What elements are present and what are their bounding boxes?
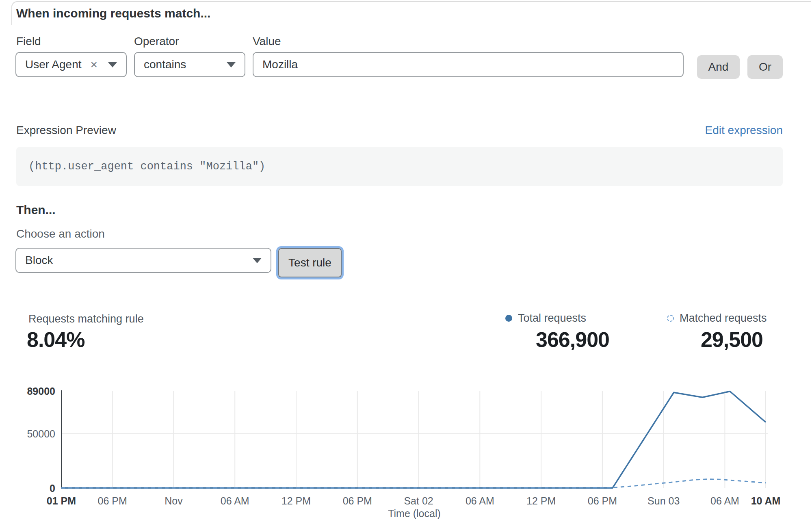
edit-expression-link[interactable]: Edit expression	[705, 124, 783, 137]
series-total-requests	[61, 392, 766, 488]
total-requests-legend: Total requests	[505, 312, 586, 325]
action-select-value: Block	[25, 254, 53, 267]
x-tick-label: 06 PM	[343, 495, 372, 507]
y-tick-label: 0	[0, 482, 55, 494]
x-tick-label: Sun 03	[647, 495, 680, 507]
choose-action-label: Choose an action	[16, 227, 105, 240]
value-input-text: Mozilla	[262, 58, 298, 71]
series-matched-requests	[61, 479, 766, 488]
expression-preview-label: Expression Preview	[16, 124, 116, 137]
operator-select-value: contains	[144, 58, 186, 71]
field-select-value: User Agent	[25, 58, 82, 71]
matched-requests-label: Matched requests	[680, 312, 767, 325]
then-heading: Then...	[16, 203, 56, 217]
requests-chart: 05000089000 01 PM06 PMNov06 AM12 PM06 PM…	[0, 382, 812, 526]
x-tick-label: 06 AM	[221, 495, 249, 507]
y-tick-label: 50000	[0, 428, 55, 440]
x-tick-label: 06 PM	[98, 495, 127, 507]
test-rule-focus-ring: Test rule	[276, 246, 344, 279]
x-axis-title: Time (local)	[61, 508, 768, 520]
action-select[interactable]: Block	[15, 248, 271, 273]
requests-matching-value: 8.04%	[27, 327, 84, 352]
value-input[interactable]: Mozilla	[253, 52, 684, 77]
expression-code-block: (http.user_agent contains "Mozilla")	[16, 147, 783, 186]
x-tick-label: 12 PM	[526, 495, 556, 507]
clear-field-icon[interactable]: ×	[90, 58, 97, 71]
total-requests-label: Total requests	[518, 312, 586, 325]
value-label: Value	[253, 35, 281, 48]
line-chart-canvas	[61, 388, 768, 490]
operator-label: Operator	[134, 35, 179, 48]
total-requests-dot-icon	[505, 315, 512, 322]
x-tick-label: 06 PM	[588, 495, 617, 507]
matched-requests-dashed-circle-icon	[667, 315, 674, 322]
test-rule-button[interactable]: Test rule	[278, 248, 342, 277]
chevron-down-icon	[108, 62, 117, 67]
chevron-down-icon	[253, 258, 262, 263]
expression-code: (http.user_agent contains "Mozilla")	[16, 160, 265, 173]
matched-requests-value: 29,500	[642, 327, 763, 352]
rule-builder-page: When incoming requests match... Field Op…	[0, 0, 812, 526]
field-select[interactable]: User Agent ×	[15, 52, 127, 77]
x-tick-label: 06 AM	[466, 495, 494, 507]
x-tick-label: Sat 02	[404, 495, 433, 507]
x-tick-label: Nov	[165, 495, 182, 507]
y-tick-label: 89000	[0, 385, 55, 397]
chevron-down-icon	[227, 62, 236, 67]
matched-requests-legend: Matched requests	[667, 312, 767, 325]
x-tick-label: 01 PM	[47, 495, 76, 507]
or-button[interactable]: Or	[747, 55, 783, 79]
x-tick-label: 06 AM	[710, 495, 739, 507]
requests-matching-label: Requests matching rule	[28, 313, 144, 325]
operator-select[interactable]: contains	[134, 52, 245, 77]
field-label: Field	[16, 35, 41, 48]
total-requests-value: 366,900	[487, 327, 609, 352]
x-tick-label: 12 PM	[281, 495, 311, 507]
match-section-heading: When incoming requests match...	[16, 6, 210, 20]
and-button[interactable]: And	[697, 55, 740, 79]
x-tick-label: 10 AM	[751, 495, 781, 507]
